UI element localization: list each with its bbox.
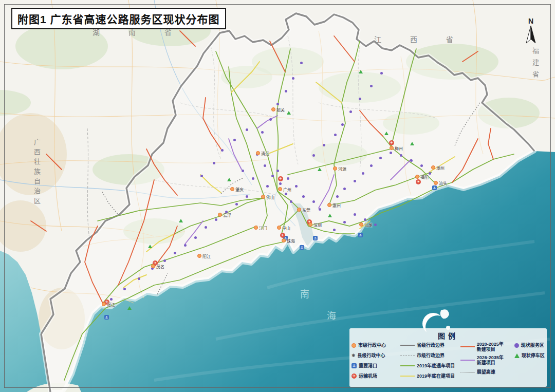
parking-area-marker: [148, 245, 152, 248]
service-area-marker: [300, 62, 303, 64]
service-area-marker: [221, 149, 224, 152]
line-dashdot-icon: [400, 356, 415, 356]
city-center-icon: [261, 195, 265, 199]
legend-item-label: 展望高速: [477, 369, 495, 375]
city-label: 东莞: [302, 207, 310, 213]
parking-area-marker: [328, 214, 332, 217]
service-area-marker: [266, 185, 269, 188]
city-label: 河源: [338, 166, 346, 172]
service-area-marker: [370, 85, 373, 87]
airport-icon: ✈: [278, 176, 283, 181]
service-area-marker: [252, 177, 254, 180]
port-icon: ⚓: [104, 315, 109, 320]
city-label: 潮州: [436, 165, 445, 171]
legend-item: 展望高速: [460, 368, 513, 376]
dotp-icon: [514, 343, 519, 348]
airport-icon: ✈: [416, 179, 421, 184]
parking-area-marker: [318, 167, 322, 171]
service-area-marker: [410, 159, 413, 162]
service-area-marker: [290, 200, 292, 203]
service-area-marker: [334, 134, 337, 136]
city-center-icon: [434, 181, 438, 185]
service-area-marker: [269, 118, 272, 121]
service-area-marker: [362, 172, 364, 175]
city-center-icon: [218, 213, 222, 217]
service-area-marker: [295, 185, 298, 188]
service-area-marker: [429, 172, 431, 175]
parking-area-marker: [179, 219, 183, 222]
city-center-icon: [327, 203, 331, 207]
north-arrow-icon: [524, 25, 538, 45]
parking-area-marker: [384, 132, 388, 135]
city-center-icon: [277, 226, 281, 230]
service-area-marker: [354, 213, 356, 216]
city-label: 佛山: [266, 194, 274, 200]
airport-icon: ✈: [389, 140, 394, 145]
service-area-marker: [235, 203, 238, 206]
trig-icon: [514, 353, 520, 358]
service-area-marker: [285, 193, 287, 195]
service-area-marker: [343, 188, 346, 190]
city-center-icon: [151, 264, 155, 268]
north-label: N: [523, 17, 539, 25]
service-area-marker: [349, 110, 352, 113]
parking-area-marker: [127, 306, 132, 310]
line-solid-icon: [400, 345, 415, 346]
city-label: 汕尾: [364, 222, 373, 228]
county-icon: ✱: [351, 353, 356, 358]
service-area-marker: [246, 128, 248, 131]
legend-item: 市级行政边界: [400, 352, 459, 359]
service-area-marker: [323, 144, 325, 146]
city-center-icon: [282, 238, 286, 242]
port-icon: ⚓: [358, 233, 363, 237]
service-area-marker: [400, 154, 402, 157]
service-area-marker: [138, 277, 140, 280]
city-label: 清远: [261, 151, 269, 156]
city-center-icon: [230, 187, 234, 191]
service-area-marker: [200, 175, 203, 177]
legend-item-label: 2019年底通车项目: [417, 363, 455, 368]
city-label: 湛江: [107, 302, 115, 307]
service-area-marker: [333, 229, 336, 231]
city-label: 揭阳: [420, 174, 429, 180]
city-center-icon: [278, 187, 282, 191]
legend-item-label: 2019年底在建项目: [417, 374, 455, 379]
city-center-icon: [254, 226, 258, 230]
city-label: 茂名: [156, 264, 164, 269]
city-icon: [351, 343, 356, 348]
city-center-icon: [333, 166, 337, 171]
city-label: 梅州: [395, 145, 403, 151]
service-area-marker: [261, 131, 264, 134]
line-dotted-icon: [460, 372, 475, 372]
label-guangxi-region: 广西壮族自治区: [32, 139, 42, 207]
map-figure: 湖 南 省 江 西 省 福建省 广西壮族自治区 南 海 ⚓⚓⚓⚓⚓⚓✈✈✈✈✈✈…: [0, 0, 555, 392]
legend-item-label: 2026-2035年新建项目: [477, 355, 504, 365]
service-area-marker: [123, 288, 126, 290]
label-south-china-sea-1: 南: [300, 287, 310, 300]
city-center-icon: [197, 254, 201, 258]
service-area-marker: [174, 252, 176, 254]
parking-area-marker: [359, 70, 363, 73]
city-label: 阳江: [202, 253, 211, 259]
service-area-marker: [246, 195, 248, 198]
service-area-marker: [364, 218, 366, 221]
service-area-marker: [319, 208, 321, 211]
legend-item-label: 重要港口: [359, 363, 377, 368]
port-icon: ⚓: [313, 236, 318, 240]
label-fujian-province: 福建省: [530, 47, 540, 83]
parking-area-marker: [227, 178, 231, 181]
line-orange-icon: [460, 346, 475, 347]
line-purple-icon: [460, 360, 475, 361]
service-area-marker: [279, 182, 282, 185]
service-area-marker: [341, 123, 344, 126]
airport-icon: ✈: [351, 374, 357, 379]
service-area-marker: [354, 180, 356, 182]
city-label: 肇庆: [235, 186, 244, 192]
legend-item: 市级行政中心: [351, 342, 399, 349]
port-icon: ⚓: [351, 363, 357, 368]
city-label: 江门: [259, 225, 267, 231]
legend-item: 省级行政边界: [400, 342, 459, 349]
service-area-marker: [312, 154, 315, 157]
legend-item: ✱县级行政中心: [351, 352, 399, 359]
service-area-marker: [194, 236, 197, 239]
